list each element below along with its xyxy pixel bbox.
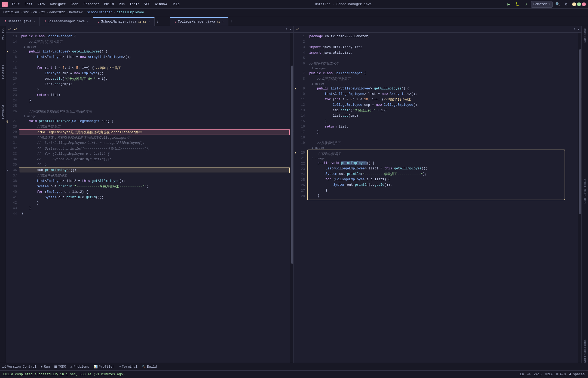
fold-btn[interactable]: ∧: [574, 27, 575, 31]
bigdata-label[interactable]: Big Data Tools: [583, 178, 587, 203]
error-count: ▲1: [14, 28, 17, 31]
line-num: 41: [6, 195, 19, 200]
code-line: for (int i = 0; i < 10; i++) {//增加了10个员工: [307, 97, 578, 102]
left-editor-body[interactable]: 13 14 ● 15 16 17 18 19 20 21 22 23 24: [6, 33, 293, 363]
project-icon[interactable]: Project: [1, 28, 4, 40]
code-line: import java.util.ArrayList;: [307, 45, 578, 50]
minimize-button[interactable]: [572, 2, 576, 6]
unfold-btn[interactable]: ∨: [289, 27, 291, 31]
tab-school-manager-java[interactable]: J SchoolManager.java ⚠1 ▲1 ×: [93, 17, 155, 26]
settings-button[interactable]: ⚙: [562, 1, 570, 8]
profiler-button[interactable]: 📊 Profiler: [94, 365, 115, 369]
warning-icon: ⚠1: [138, 20, 141, 23]
popup-usage-hint: 1 usage: [308, 157, 565, 160]
code-line: }: [19, 206, 290, 211]
tab-close-icon[interactable]: ×: [222, 20, 224, 23]
code-line: // System.out.println("------------学院员工-…: [19, 146, 290, 151]
terminal-button[interactable]: ⌨ Terminal: [119, 365, 137, 369]
run-button[interactable]: ▶: [505, 1, 512, 8]
problems-button[interactable]: ⚠ Problems: [71, 365, 89, 369]
gutter-icon: ●: [7, 50, 8, 53]
close-button[interactable]: [582, 2, 586, 6]
left-code-content[interactable]: public class SchoolManager { //返回学校总部的员工…: [19, 33, 290, 363]
tab-close-icon[interactable]: ×: [87, 20, 88, 23]
maximize-button[interactable]: [577, 2, 581, 6]
search-button[interactable]: 🔍: [554, 1, 561, 8]
gutter-icon: @: [7, 120, 8, 123]
encoding-type-status[interactable]: UTF-8: [556, 373, 566, 376]
code-line: emp.setId("学院员工id=" + i);: [307, 108, 578, 113]
fold-btn[interactable]: ∧: [286, 27, 287, 31]
menu-view[interactable]: View: [35, 2, 48, 7]
left-scroll-indicator[interactable]: [290, 33, 293, 363]
menu-refactor[interactable]: Refactor: [81, 2, 102, 7]
language-status[interactable]: En: [520, 373, 524, 376]
tab-close-icon[interactable]: ×: [33, 20, 35, 23]
code-line: list.add(emp);: [19, 82, 290, 87]
tab-college-manager-right[interactable]: J CollegeManager.java ⚠1 ×: [170, 17, 228, 26]
bookmarks-icon[interactable]: Bookmarks: [1, 104, 4, 119]
line-col-status[interactable]: 24:6: [534, 373, 542, 376]
menu-code[interactable]: Code: [69, 2, 81, 7]
app-logo: J: [2, 2, 8, 7]
code-line: //返回学校总部的员工: [19, 39, 290, 45]
popup-code-line-highlight: public void printEmployee() {: [308, 160, 565, 166]
encoding-status[interactable]: 半: [527, 372, 531, 377]
right-editor-body[interactable]: 1 2 3 4 5 6 7 8 ● 9 10 11 12: [294, 33, 581, 363]
breadcrumb-item[interactable]: SchoolManager: [87, 11, 112, 14]
menu-window[interactable]: Window: [153, 2, 169, 7]
line-num: 25: [6, 103, 19, 109]
todo-button[interactable]: ☰ TODO: [54, 365, 66, 369]
left-sidebar: Project Structure Bookmarks: [0, 26, 6, 363]
line-ending-status[interactable]: CRLF: [545, 373, 553, 376]
structure-icon[interactable]: Structure: [1, 65, 4, 79]
menu-run[interactable]: Run: [117, 2, 127, 7]
breadcrumb-item[interactable]: cn: [33, 11, 37, 14]
breadcrumb-item[interactable]: untitled: [3, 11, 19, 14]
tab-college-manager-java[interactable]: J CollegeManager.java ×: [40, 17, 93, 26]
code-line: List<CollegeEmployee> list = new ArrayLi…: [307, 91, 578, 97]
menu-tools[interactable]: Tools: [127, 2, 142, 7]
line-num: 14: [6, 39, 19, 45]
code-line: }: [307, 129, 578, 135]
version-control-button[interactable]: ⎇ Version Control: [2, 365, 36, 369]
breadcrumb-item[interactable]: src: [23, 11, 29, 14]
menu-edit[interactable]: Edit: [23, 2, 35, 7]
indent-status[interactable]: 4 spaces: [569, 373, 585, 376]
notifications-label[interactable]: Notifications: [583, 339, 587, 363]
usage-hint: 1 usage: [19, 114, 290, 119]
breadcrumb-item[interactable]: demo2022: [49, 11, 65, 14]
database-label[interactable]: Database: [583, 28, 587, 43]
tab-demeter-java[interactable]: J Demeter.java ×: [0, 17, 40, 26]
breadcrumb-item[interactable]: getAllEmployee: [117, 11, 144, 14]
menu-navigate[interactable]: Navigate: [48, 2, 68, 7]
code-line: }: [19, 98, 290, 103]
code-line: }: [307, 119, 578, 124]
menu-help[interactable]: Help: [170, 2, 182, 7]
coverage-button[interactable]: ⚡: [522, 1, 530, 8]
build-button[interactable]: 🔨 Build: [142, 365, 157, 369]
popup-code-line: //获取学院员工: [308, 151, 565, 157]
right-tabs-overflow[interactable]: ⋮: [229, 19, 233, 24]
tab-close-icon[interactable]: ×: [148, 20, 150, 23]
menu-build[interactable]: Build: [102, 2, 116, 7]
line-num: 19: [6, 71, 19, 76]
code-line: //解决方案：将获取学院员工的方法封装到CollegeManager中: [19, 135, 290, 140]
usage-hint: 1 usage: [307, 82, 578, 86]
tabs-overflow-menu[interactable]: ⋮: [156, 19, 159, 23]
java-icon: J: [44, 20, 46, 23]
right-scroll-indicator[interactable]: [578, 33, 581, 363]
line-num: 23: [6, 92, 19, 98]
menu-vcs[interactable]: VCS: [142, 2, 152, 7]
left-line-numbers: 13 14 ● 15 16 17 18 19 20 21 22 23 24: [6, 33, 19, 363]
run-config-selector[interactable]: Demeter ▾: [531, 1, 553, 8]
line-num: 40: [6, 189, 19, 195]
menu-file[interactable]: File: [10, 2, 22, 7]
unfold-btn[interactable]: ∨: [577, 27, 579, 31]
breadcrumb-item[interactable]: tx: [41, 11, 45, 14]
popup-code-line: for (CollegeEmployee e : list1) {: [308, 177, 565, 182]
debug-button[interactable]: 🐛: [513, 1, 521, 8]
run-button[interactable]: ▶ Run: [41, 365, 50, 369]
code-line: public class SchoolManager {: [19, 34, 290, 39]
breadcrumb-item[interactable]: Demeter: [69, 11, 83, 14]
